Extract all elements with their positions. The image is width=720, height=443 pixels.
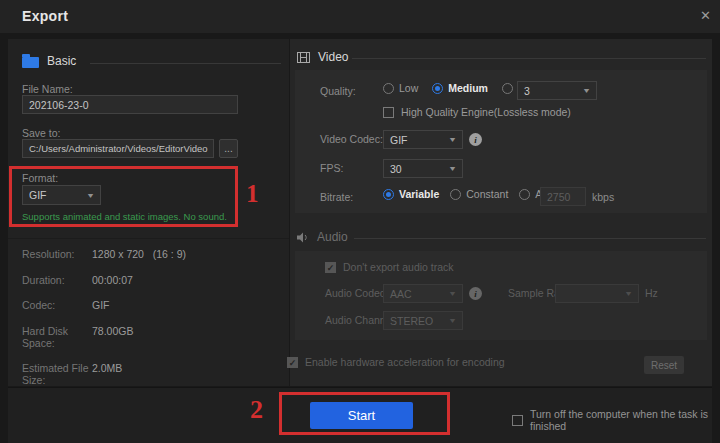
settings-panel: Video Quality: Low Medium High 3 ▼ Hig <box>290 39 712 386</box>
video-codec-value: GIF <box>390 134 408 146</box>
checkbox-checked-icon: ✓ <box>287 357 298 368</box>
bitrate-unit-label: kbps <box>592 191 614 203</box>
audio-channel-value: STEREO <box>390 315 433 327</box>
chevron-down-icon: ▼ <box>448 165 457 172</box>
audio-codec-value: AAC <box>390 288 412 300</box>
audio-section-header: Audio <box>297 230 348 244</box>
annotation-step-1: 1 <box>246 180 259 208</box>
radio-icon <box>519 189 530 200</box>
checkbox-icon <box>383 107 394 118</box>
chevron-down-icon: ▼ <box>448 290 457 297</box>
video-section-header: Video <box>297 50 348 64</box>
fps-dropdown[interactable]: 30 ▼ <box>383 159 463 178</box>
info-row-duration: Duration: 00:00:07 <box>22 274 186 286</box>
info-row-disk-space: Hard Disk Space: 78.00GB <box>22 325 186 349</box>
folder-icon <box>22 57 39 68</box>
close-icon[interactable]: ✕ <box>700 8 711 23</box>
fps-label: FPS: <box>320 162 343 174</box>
sample-rate-unit-label: Hz <box>645 287 658 299</box>
browse-button[interactable]: ... <box>219 139 238 158</box>
basic-header-label: Basic <box>47 54 76 68</box>
quality-label: Quality: <box>320 85 356 97</box>
audio-header-divider <box>354 238 706 239</box>
dont-export-audio-checkbox[interactable]: ✓ Don't export audio track <box>325 261 454 273</box>
hq-engine-checkbox[interactable]: High Quality Engine(Lossless mode) <box>383 106 571 118</box>
radio-icon <box>432 83 443 94</box>
radio-icon <box>450 189 461 200</box>
chevron-down-icon: ▼ <box>448 136 457 143</box>
basic-section-header: Basic <box>22 54 76 68</box>
sample-rate-dropdown[interactable]: ▼ <box>555 284 639 303</box>
bitrate-label: Bitrate: <box>320 191 353 203</box>
info-icon[interactable]: i <box>469 133 482 146</box>
info-row-file-size: Estimated File Size: 2.0MB <box>22 362 186 386</box>
quality-option-medium[interactable]: Medium <box>432 82 488 94</box>
info-row-codec: Codec: GIF <box>22 299 186 311</box>
video-codec-label: Video Codec: <box>320 133 383 145</box>
video-codec-dropdown[interactable]: GIF ▼ <box>383 130 463 149</box>
chevron-down-icon: ▼ <box>582 87 591 94</box>
save-to-label: Save to: <box>22 127 61 139</box>
bitrate-option-constant[interactable]: Constant <box>450 188 508 200</box>
checkbox-checked-icon: ✓ <box>325 262 336 273</box>
format-value: GIF <box>29 189 47 201</box>
video-group: Quality: Low Medium High 3 ▼ High Qualit… <box>295 70 707 213</box>
radio-icon <box>383 189 394 200</box>
file-name-label: File Name: <box>22 83 73 95</box>
start-button[interactable]: Start <box>310 402 413 429</box>
chevron-down-icon: ▼ <box>448 317 457 324</box>
video-header-divider <box>352 58 706 59</box>
quality-option-low[interactable]: Low <box>383 82 418 94</box>
info-row-resolution: Resolution: 1280 x 720 (16 : 9) <box>22 248 186 260</box>
dialog-title: Export <box>22 8 68 24</box>
reset-button[interactable]: Reset <box>644 356 684 374</box>
radio-icon <box>502 83 513 94</box>
format-label: Format: <box>22 172 58 184</box>
info-icon[interactable]: i <box>469 287 482 300</box>
quality-level-value: 3 <box>524 85 530 97</box>
annotation-step-2: 2 <box>250 395 263 425</box>
basic-info-divider <box>8 238 289 239</box>
checkbox-icon <box>512 415 523 426</box>
dialog-titlebar: Export ✕ <box>0 0 720 33</box>
bitrate-option-variable[interactable]: Variable <box>383 188 439 200</box>
clip-info-list: Resolution: 1280 x 720 (16 : 9) Duration… <box>22 248 186 400</box>
speaker-icon <box>297 232 309 243</box>
basic-panel: Basic File Name: 202106-23-0 Save to: C:… <box>8 39 289 386</box>
quality-level-dropdown[interactable]: 3 ▼ <box>517 81 597 100</box>
audio-codec-dropdown[interactable]: AAC ▼ <box>383 284 463 303</box>
film-icon <box>297 52 310 63</box>
chevron-down-icon: ▼ <box>624 290 633 297</box>
audio-header-label: Audio <box>317 230 348 244</box>
bitrate-input[interactable]: 2750 <box>540 187 586 206</box>
file-name-input[interactable]: 202106-23-0 <box>22 95 238 114</box>
chevron-down-icon: ▼ <box>86 192 95 199</box>
radio-icon <box>383 83 394 94</box>
format-dropdown[interactable]: GIF ▼ <box>22 185 101 205</box>
video-header-label: Video <box>318 50 348 64</box>
audio-channel-dropdown[interactable]: STEREO ▼ <box>383 311 463 330</box>
save-to-input[interactable]: C:/Users/Administrator/Videos/EditorVide… <box>22 139 214 158</box>
hw-accel-checkbox[interactable]: ✓ Enable hardware acceleration for encod… <box>287 356 505 368</box>
format-note: Supports animated and static images. No … <box>22 211 227 222</box>
audio-codec-label: Audio Codec: <box>325 287 388 299</box>
shutdown-checkbox[interactable]: Turn off the computer when the task is f… <box>512 408 720 432</box>
fps-value: 30 <box>390 163 402 175</box>
basic-header-divider <box>90 63 281 64</box>
audio-group: ✓ Don't export audio track Audio Codec: … <box>295 251 707 340</box>
